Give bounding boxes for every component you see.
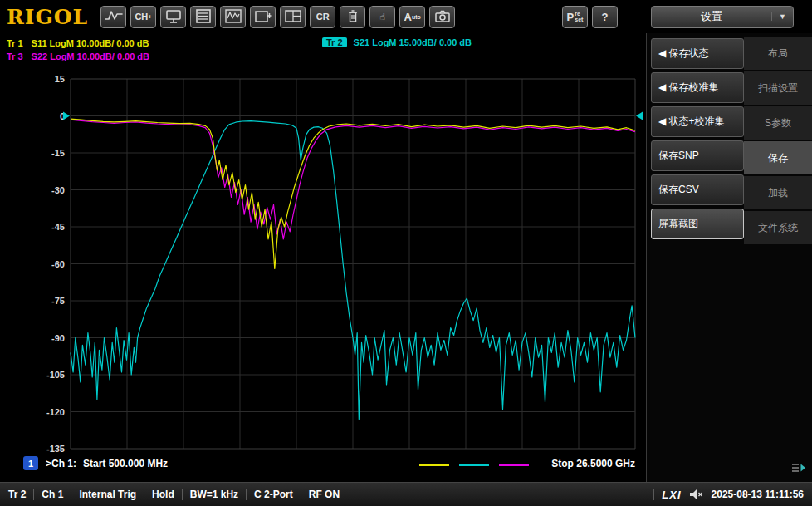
trash-icon: [343, 8, 363, 25]
menu-column: ◀ 保存状态 ◀ 保存校准集 ◀ 状态+校准集 保存SNP 保存CSV 屏幕截图: [651, 38, 744, 243]
svg-text:-105: -105: [46, 370, 65, 380]
window-add-button[interactable]: [250, 6, 276, 28]
menu-item-screenshot[interactable]: 屏幕截图: [651, 209, 744, 239]
status-active-trace: Tr 2: [8, 489, 26, 500]
trace2-name: Tr 2: [322, 37, 347, 47]
trace-button[interactable]: [220, 6, 246, 28]
trace3-detail: S22 LogM 10.00dB/ 0.00 dB: [32, 52, 149, 61]
status-trigger: Internal Trig: [79, 489, 136, 500]
legend-line-s11: [419, 464, 449, 466]
tab-s-params[interactable]: S参数: [744, 106, 812, 140]
vna-screen: RIGOL CH+: [0, 0, 812, 506]
x-stop-label: Stop 26.5000 GHz: [551, 458, 635, 469]
ch-add-label: CH: [135, 12, 148, 22]
status-sweep-hold: Hold: [152, 489, 174, 500]
channel-add-button[interactable]: CH+: [130, 6, 156, 28]
svg-text:-90: -90: [51, 333, 65, 343]
screenshot-button[interactable]: [429, 6, 455, 28]
settings-dropdown-title: 设置: [652, 9, 771, 24]
chevron-down-icon: ▼: [771, 12, 793, 21]
auto-label-main: A: [404, 11, 412, 23]
layout-button[interactable]: [280, 6, 306, 28]
display-icon: [164, 8, 183, 25]
status-if-bandwidth: BW=1 kHz: [190, 489, 238, 500]
status-cal-status: C 2-Port: [254, 489, 293, 500]
menu-collapse-button[interactable]: [790, 461, 807, 478]
tab-file-system[interactable]: 文件系统: [744, 211, 812, 244]
tab-save[interactable]: 保存: [744, 141, 812, 174]
svg-text:-120: -120: [46, 407, 65, 417]
measure-icon-button[interactable]: [100, 6, 126, 28]
tab-column: 布局 扫描设置 S参数 保存 加载 文件系统: [744, 37, 812, 246]
delete-button[interactable]: [340, 6, 365, 28]
touch-button[interactable]: ☝: [369, 6, 395, 28]
preset-button[interactable]: P reset: [562, 6, 588, 28]
tab-sweep-setup[interactable]: 扫描设置: [744, 71, 812, 105]
trace-icon: [223, 8, 243, 25]
measure-icon: [104, 8, 124, 25]
status-divider: [301, 489, 301, 500]
clock: 2025-08-13 11:11:56: [712, 489, 804, 500]
rigol-logo: RIGOL: [7, 5, 88, 29]
trace1-label[interactable]: Tr 1 S11 LogM 10.00dB/ 0.00 dB: [7, 38, 149, 48]
menu-item-save-calset[interactable]: ◀ 保存校准集: [651, 72, 744, 103]
status-divider: [144, 489, 144, 500]
trace3-name: Tr 3: [7, 52, 23, 61]
legend-line-s21: [459, 464, 489, 466]
channel-label: >Ch 1:: [46, 458, 76, 469]
x-axis-start-group: >Ch 1: Start 500.000 MHz: [46, 458, 168, 469]
display-button[interactable]: [160, 6, 186, 28]
chart-region: 150-15-30-45-60-75-90-105-120-135 Tr 1 S…: [0, 33, 646, 482]
menu-item-state-calset[interactable]: ◀ 状态+校准集: [651, 106, 744, 137]
menu-collapse-icon: [790, 461, 807, 474]
cr-label: CR: [316, 12, 330, 22]
trace-legend: [419, 464, 529, 466]
channel-box[interactable]: 1: [23, 456, 38, 470]
tab-layout[interactable]: 布局: [744, 37, 812, 70]
auto-label-rest: uto: [412, 14, 421, 20]
camera-icon: [433, 8, 452, 25]
layout-icon: [283, 8, 303, 25]
svg-text:0: 0: [60, 111, 65, 121]
svg-text:-75: -75: [51, 296, 65, 306]
help-label: ?: [602, 11, 609, 23]
trace1-detail: S11 LogM 10.00dB/ 0.00 dB: [32, 38, 149, 48]
trace3-label[interactable]: Tr 3 S22 LogM 10.00dB/ 0.00 dB: [7, 52, 149, 61]
touch-icon: ☝: [379, 12, 385, 22]
settings-dropdown[interactable]: 设置 ▼: [651, 6, 794, 28]
status-rf-on: RF ON: [309, 489, 340, 500]
svg-text:-60: -60: [51, 259, 65, 269]
chart-footer: 1 >Ch 1: Start 500.000 MHz Stop 26.5000 …: [0, 453, 646, 479]
trace1-name: Tr 1: [7, 38, 23, 48]
svg-text:-45: -45: [51, 222, 65, 232]
status-divider: [182, 489, 183, 500]
main-area: 150-15-30-45-60-75-90-105-120-135 Tr 1 S…: [0, 33, 812, 482]
menu-item-save-csv[interactable]: 保存CSV: [651, 174, 744, 205]
preset-label-bottom: set: [575, 17, 583, 22]
svg-text:-15: -15: [51, 148, 65, 158]
plot-area: 150-15-30-45-60-75-90-105-120-135: [0, 33, 646, 482]
auto-button[interactable]: Auto: [399, 6, 425, 28]
status-divider: [653, 489, 654, 500]
top-toolbar: RIGOL CH+: [0, 0, 812, 33]
x-start-label: Start 500.000 MHz: [83, 458, 168, 469]
preset-label-top: re: [575, 11, 583, 17]
preset-label-main: P: [567, 11, 575, 23]
cr-button[interactable]: CR: [310, 6, 335, 28]
menu-item-save-state[interactable]: ◀ 保存状态: [651, 38, 744, 69]
trace2-label[interactable]: Tr 2 S21 LogM 15.00dB/ 0.00 dB: [322, 37, 472, 47]
svg-text:15: 15: [55, 74, 65, 84]
svg-text:-30: -30: [51, 185, 65, 195]
meas-list-icon: [193, 8, 213, 25]
ch-add-plus: +: [148, 13, 152, 21]
window-add-icon: [253, 8, 273, 25]
menu-item-save-snp[interactable]: 保存SNP: [651, 140, 744, 171]
help-button[interactable]: ?: [592, 6, 618, 28]
meas-list-button[interactable]: [190, 6, 216, 28]
status-active-channel: Ch 1: [42, 489, 63, 500]
status-divider: [33, 489, 34, 500]
trace2-detail: S21 LogM 15.00dB/ 0.00 dB: [354, 37, 472, 47]
status-bar: Tr 2 Ch 1 Internal Trig Hold BW=1 kHz C …: [0, 482, 812, 506]
legend-line-s22: [499, 464, 529, 466]
tab-load[interactable]: 加载: [744, 176, 812, 209]
